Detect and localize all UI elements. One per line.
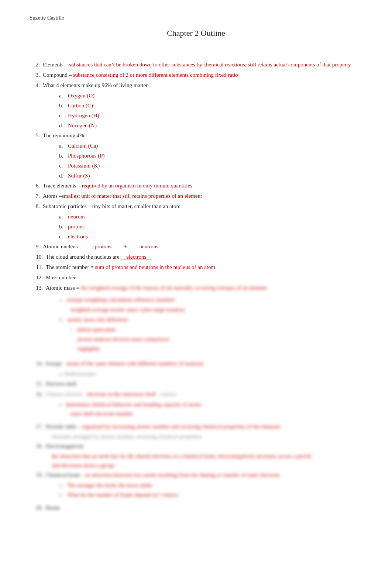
item-2-red: substances that can’t be broken down to …: [69, 62, 351, 68]
item-6: 6. Trace elements – required by an organ…: [30, 181, 362, 190]
item-11-num: 11.: [30, 263, 43, 272]
item-7-black: Atoms –: [43, 193, 62, 199]
blurred-item-17: 17. Periodic table – organized by increa…: [30, 422, 362, 431]
item-13-black: Atomic mass =: [46, 285, 81, 291]
blurred-16-sub: outer shell electrons number: [30, 410, 362, 418]
item-11-red: sum of protons and neutrons in the nucle…: [95, 264, 215, 270]
item-3: 3. Compound – substance consisting of 2 …: [30, 70, 362, 79]
blurred-14a: a. Radioisotopes: [30, 369, 362, 378]
item-8b-alpha: b.: [59, 222, 65, 231]
item-5c-alpha: c.: [59, 161, 65, 170]
blurred-16a: a. determines chemical behavior and bond…: [30, 400, 362, 409]
blurred-line-2: weighted average atomic mass value range…: [30, 305, 362, 314]
blurred-18-red1: the attraction that an atom has for the …: [30, 452, 362, 461]
item-8c: c. electrons: [30, 232, 362, 241]
item-3-black: Compound –: [43, 72, 73, 78]
item-2-text: Elements – substances that can’t be brok…: [43, 60, 351, 69]
item-3-red: substance consisting of 2 or more differ…: [73, 72, 238, 78]
blurred-item-16: 16. Valence electron electrons in the ou…: [30, 390, 362, 399]
blurred-15-num: 15.: [30, 379, 43, 388]
item-4: 4. What 4 elements make up 96% of living…: [30, 81, 362, 90]
blurred-item-20: 20. Bonds: [30, 503, 362, 512]
item-12: 12. Mass number =: [30, 273, 362, 282]
item-7-red: smallest unit of matter that still retai…: [62, 193, 202, 199]
item-4b-text: Carbon (C): [68, 101, 93, 110]
item-8a-text: neurons: [68, 212, 86, 221]
item-9: 9. Atomic nucleus = ____protons____ + __…: [30, 242, 362, 251]
blurred-17-num: 17.: [30, 422, 43, 431]
item-3-num: 3.: [30, 70, 40, 79]
blurred-line-1: a. isotope weighting calculation referen…: [30, 295, 362, 304]
item-5c-text: Potassium (K): [68, 161, 100, 170]
item-13-blurred: the weighted average of the masses of al…: [81, 285, 267, 291]
blurred-15-text: Electron shell: [46, 379, 76, 388]
item-2-black: Elements –: [43, 62, 69, 68]
item-7-text: Atoms –smallest unit of matter that stil…: [43, 192, 202, 200]
item-12-black: Mass number =: [46, 275, 80, 280]
blurred-20-num: 20.: [30, 503, 43, 512]
item-5-text: The remaining 4%:: [43, 131, 86, 140]
item-4-num: 4.: [30, 81, 40, 90]
blurred-14-num: 14.: [30, 359, 43, 368]
item-8: 8. Subatomic particles – tiny bits of ma…: [30, 202, 362, 211]
item-12-num: 12.: [30, 273, 43, 282]
item-9-black1: Atomic nucleus = ____: [43, 244, 95, 249]
blurred-item-19: 19. Chemical bond – an attraction betwee…: [30, 470, 362, 479]
blurred-19b: b. What do the number of bonds depend on…: [30, 490, 362, 499]
item-7: 7. Atoms –smallest unit of matter that s…: [30, 192, 362, 200]
blurred-20-text: Bonds: [46, 503, 60, 512]
blurred-item-15: 15. Electron shell: [30, 379, 362, 388]
item-10-num: 10.: [30, 252, 43, 261]
blurred-item-18: 18. Electronegativity: [30, 442, 362, 451]
item-12-text: Mass number =: [46, 273, 80, 282]
item-4d-text: Nitrogen (N): [68, 121, 97, 130]
item-11: 11. The atomic number = sum of protons a…: [30, 263, 362, 272]
item-10-black2: __: [146, 254, 152, 260]
blurred-16-num: 16.: [30, 390, 43, 399]
item-10: 10. The cloud around the nucleus are __e…: [30, 252, 362, 261]
blurred-18-red2: and decreases down a group: [30, 461, 362, 470]
item-5c: c. Potassium (K): [30, 161, 362, 170]
item-4c-text: Hydrogen (H): [68, 111, 99, 120]
item-11-black: The atomic number =: [46, 264, 95, 270]
item-8c-alpha: c.: [59, 232, 65, 241]
item-4c-alpha: c.: [59, 111, 65, 120]
blurred-18-text: Electronegativity: [46, 442, 84, 451]
item-10-red: electrons: [126, 254, 146, 260]
item-10-text: The cloud around the nucleus are __elect…: [46, 252, 152, 261]
item-5a-alpha: a.: [59, 141, 65, 150]
item-5a-text: Calcium (Ca): [68, 141, 98, 150]
item-4d-alpha: d.: [59, 121, 65, 130]
item-9-num: 9.: [30, 242, 40, 251]
blurred-17-text: Periodic table – organized by increasing…: [46, 422, 281, 431]
item-5b-alpha: b.: [59, 151, 65, 160]
item-13-text: Atomic mass = the weighted average of th…: [46, 283, 267, 292]
item-2: 2. Elements – substances that can’t be b…: [30, 60, 362, 69]
blurred-19-text: Chemical bond – an attraction between tw…: [46, 470, 280, 479]
item-5-num: 5.: [30, 131, 40, 140]
item-11-text: The atomic number = sum of protons and n…: [46, 263, 215, 272]
item-4d: d. Nitrogen (N): [30, 121, 362, 130]
item-6-num: 6.: [30, 181, 40, 190]
blurred-line-3: b. atomic mass unit definition: [30, 315, 362, 324]
item-4a-alpha: a.: [59, 91, 65, 100]
item-9-red2: neutrons: [140, 244, 159, 249]
item-9-black3: __: [158, 244, 164, 249]
blurred-17-sub: elements arranged by atomic number, recu…: [30, 432, 362, 441]
item-4a-text: Oxygen (O): [68, 91, 94, 100]
item-9-text: Atomic nucleus = ____protons____ + ____n…: [43, 242, 164, 251]
item-13: 13. Atomic mass = the weighted average o…: [30, 283, 362, 292]
item-4b: b. Carbon (C): [30, 101, 362, 110]
item-5: 5. The remaining 4%:: [30, 131, 362, 140]
item-5b: b. Phosphorous (P): [30, 151, 362, 160]
item-8b: b. protons: [30, 222, 362, 231]
item-5a: a. Calcium (Ca): [30, 141, 362, 150]
item-9-red1: protons: [95, 244, 111, 249]
item-5d-text: Sulfur (S): [68, 171, 90, 180]
item-7-num: 7.: [30, 192, 40, 200]
chapter-title: Chapter 2 Outline: [30, 28, 362, 38]
item-6-black: Trace elements –: [43, 183, 82, 189]
blurred-line-6: negligible: [30, 344, 362, 353]
blurred-line-5: proton neutron electron mass comparison: [30, 335, 362, 344]
item-5d-alpha: d.: [59, 171, 65, 180]
